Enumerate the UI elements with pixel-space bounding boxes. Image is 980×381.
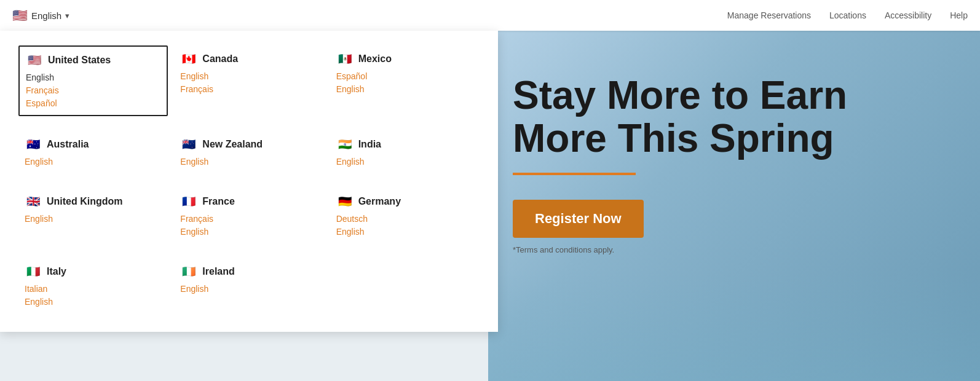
hero-content: Stay More to Earn More This Spring Regis… <box>513 74 955 254</box>
country-header-gb: 🇬🇧 United Kingdom <box>25 193 162 210</box>
country-header-nz: 🇳🇿 New Zealand <box>180 136 317 153</box>
country-name-de: Germany <box>358 196 401 207</box>
hero-underline-decoration <box>513 173 636 175</box>
language-selector[interactable]: 🇺🇸 English ▾ <box>12 8 69 23</box>
flag-de-icon: 🇩🇪 <box>336 193 354 210</box>
us-lang-english[interactable]: English <box>26 71 160 84</box>
ca-lang-english[interactable]: English <box>180 70 317 83</box>
country-item-fr[interactable]: 🇫🇷 France Français English <box>174 188 323 243</box>
country-item-in[interactable]: 🇮🇳 India English <box>330 131 480 173</box>
country-header-mx: 🇲🇽 Mexico <box>336 50 473 68</box>
country-name-ca: Canada <box>202 53 238 65</box>
flag-gb-icon: 🇬🇧 <box>25 193 42 210</box>
flag-mx-icon: 🇲🇽 <box>336 50 354 68</box>
us-lang-espanol[interactable]: Español <box>26 97 160 110</box>
mx-lang-english[interactable]: English <box>336 83 473 96</box>
ie-lang-english[interactable]: English <box>180 283 317 296</box>
flag-ca-icon: 🇨🇦 <box>180 50 197 68</box>
country-name-nz: New Zealand <box>202 139 263 150</box>
flag-ie-icon: 🇮🇪 <box>180 263 197 280</box>
hero-title: Stay More to Earn More This Spring <box>513 74 955 160</box>
flag-nz-icon: 🇳🇿 <box>180 136 197 153</box>
country-name-in: India <box>358 139 381 150</box>
country-header-in: 🇮🇳 India <box>336 136 473 153</box>
country-name-gb: United Kingdom <box>47 196 123 207</box>
gb-lang-english[interactable]: English <box>25 213 162 226</box>
flag-us-icon: 🇺🇸 <box>12 8 28 23</box>
locations-link[interactable]: Locations <box>829 10 866 20</box>
country-name-it: Italy <box>47 266 66 277</box>
fr-lang-francais[interactable]: Français <box>180 213 317 226</box>
flag-fr-icon: 🇫🇷 <box>180 193 197 210</box>
country-header-au: 🇦🇺 Australia <box>25 136 162 153</box>
register-now-button[interactable]: Register Now <box>513 200 644 238</box>
header-nav: Manage Reservations Locations Accessibil… <box>727 10 968 20</box>
terms-text: *Terms and conditions apply. <box>513 245 955 254</box>
chevron-down-icon: ▾ <box>65 11 69 20</box>
country-item-nz[interactable]: 🇳🇿 New Zealand English <box>174 131 323 173</box>
country-item-it[interactable]: 🇮🇹 Italy Italian English <box>18 258 168 313</box>
country-item-us[interactable]: 🇺🇸 United States English Français Españo… <box>18 45 168 116</box>
flag-it-icon: 🇮🇹 <box>25 263 42 280</box>
country-grid: 🇺🇸 United States English Français Españo… <box>18 45 480 313</box>
de-lang-english[interactable]: English <box>336 226 473 238</box>
country-header-us: 🇺🇸 United States <box>26 52 160 69</box>
country-item-ca[interactable]: 🇨🇦 Canada English Français <box>174 45 323 116</box>
mx-lang-espanol[interactable]: Español <box>336 70 473 83</box>
country-header-ie: 🇮🇪 Ireland <box>180 263 317 280</box>
it-lang-english[interactable]: English <box>25 296 162 308</box>
de-lang-deutsch[interactable]: Deutsch <box>336 213 473 226</box>
us-lang-francais[interactable]: Français <box>26 84 160 97</box>
flag-us-icon: 🇺🇸 <box>26 52 43 69</box>
ca-lang-francais[interactable]: Français <box>180 83 317 96</box>
fr-lang-english[interactable]: English <box>180 226 317 238</box>
country-item-ie[interactable]: 🇮🇪 Ireland English <box>174 258 323 313</box>
nz-lang-english[interactable]: English <box>180 155 317 168</box>
country-item-gb[interactable]: 🇬🇧 United Kingdom English <box>18 188 168 243</box>
country-name-mx: Mexico <box>358 53 392 65</box>
country-item-de[interactable]: 🇩🇪 Germany Deutsch English <box>330 188 480 243</box>
header: 🇺🇸 English ▾ Manage Reservations Locatio… <box>0 0 980 31</box>
country-header-de: 🇩🇪 Germany <box>336 193 473 210</box>
country-name-au: Australia <box>47 139 89 150</box>
current-lang-label: English <box>31 10 61 21</box>
au-lang-english[interactable]: English <box>25 155 162 168</box>
hero-title-line1: Stay More to Earn <box>513 73 847 117</box>
in-lang-english[interactable]: English <box>336 155 473 168</box>
country-item-mx[interactable]: 🇲🇽 Mexico Español English <box>330 45 480 116</box>
country-item-au[interactable]: 🇦🇺 Australia English <box>18 131 168 173</box>
hero-title-line2: More This Spring <box>513 116 834 160</box>
help-link[interactable]: Help <box>950 10 968 20</box>
country-header-fr: 🇫🇷 France <box>180 193 317 210</box>
country-header-ca: 🇨🇦 Canada <box>180 50 317 68</box>
country-name-ie: Ireland <box>202 266 234 277</box>
language-dropdown: 🇺🇸 United States English Français Españo… <box>0 31 498 332</box>
country-header-it: 🇮🇹 Italy <box>25 263 162 280</box>
it-lang-italian[interactable]: Italian <box>25 283 162 296</box>
flag-au-icon: 🇦🇺 <box>25 136 42 153</box>
country-name-us: United States <box>48 55 111 66</box>
flag-in-icon: 🇮🇳 <box>336 136 354 153</box>
country-name-fr: France <box>202 196 234 207</box>
beach-decoration <box>488 270 980 381</box>
manage-reservations-link[interactable]: Manage Reservations <box>727 10 811 20</box>
hero-section: CHOICE privilegesREWARDS. Sign In or Joi… <box>488 0 980 381</box>
accessibility-link[interactable]: Accessibility <box>885 10 931 20</box>
